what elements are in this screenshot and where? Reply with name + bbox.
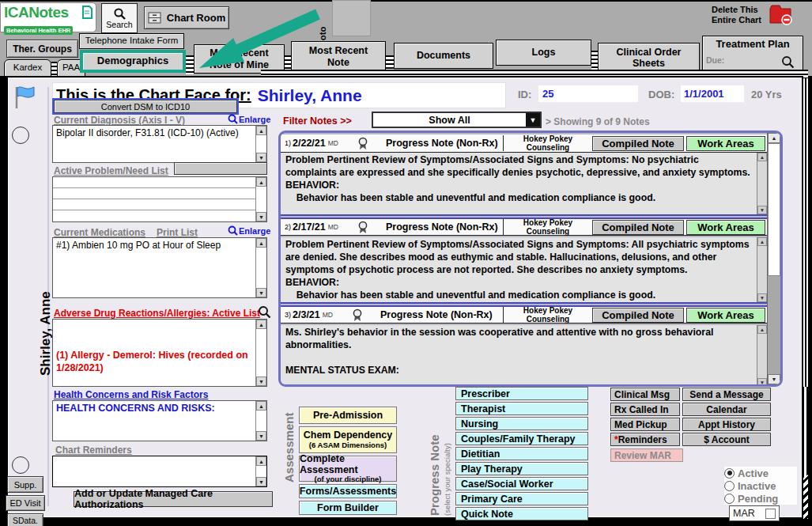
- progress-note-quick-note-button[interactable]: Quick Note: [455, 507, 588, 520]
- delete-chart-icon[interactable]: [769, 3, 792, 25]
- ed-visit-button[interactable]: ED Visit: [6, 495, 45, 511]
- diagnosis-enlarge-link[interactable]: Enlarge: [228, 114, 270, 124]
- allergies-text: (1) Allergy - Demerol: Hives (recorded o…: [53, 320, 255, 386]
- reminders-label: Reminders: [618, 434, 667, 445]
- note-scrollbar[interactable]: ▲▼: [757, 153, 767, 214]
- chem-dependency-button[interactable]: Chem Dependency (6 ASAM Dimensions): [299, 426, 397, 453]
- current-diagnosis-box[interactable]: Bipolar II disorder, F31.81 (ICD-10) (Ac…: [52, 125, 267, 163]
- case-social-worker-label: Case/Social Worker: [461, 479, 553, 490]
- radio-active[interactable]: [724, 468, 735, 479]
- treatment-plan-search-icon[interactable]: [781, 55, 795, 69]
- allergies-box[interactable]: (1) Allergy - Demerol: Hives (recorded o…: [52, 319, 267, 387]
- compiled-note-button[interactable]: Compiled Note: [592, 308, 684, 323]
- work-areas-button[interactable]: Work Areas: [686, 220, 765, 235]
- dob-label: DOB:: [648, 89, 674, 100]
- sdata-button[interactable]: SData.: [7, 513, 43, 526]
- problem-list-button[interactable]: [174, 162, 267, 175]
- calendar-button[interactable]: Calendar: [682, 403, 771, 416]
- mar-checkbox[interactable]: [765, 509, 776, 519]
- clinical-msg-button[interactable]: Clinical Msg: [610, 388, 680, 401]
- mar-control: MAR: [729, 505, 780, 521]
- diagnosis-scrollbar[interactable]: ▲▼: [255, 126, 266, 162]
- note-scrollbar[interactable]: ▲▼: [757, 325, 767, 387]
- health-concerns-scrollbar[interactable]: ▲▼: [255, 401, 266, 441]
- review-mar-button[interactable]: Review MAR: [610, 448, 683, 462]
- progress-note-primary-care-button[interactable]: Primary Care: [455, 492, 588, 505]
- search-button[interactable]: Search: [101, 3, 138, 33]
- scroll-up-arrow[interactable]: ▲: [768, 133, 780, 143]
- compiled-note-button[interactable]: Compiled Note: [592, 220, 684, 235]
- progress-note-case-social-worker-button[interactable]: Case/Social Worker: [455, 477, 588, 490]
- progress-note-nursing-button[interactable]: Nursing: [455, 417, 588, 430]
- allergies-search-icon[interactable]: [258, 305, 271, 319]
- med-pickup-button[interactable]: Med Pickup: [610, 418, 680, 431]
- scroll-down-arrow[interactable]: ▼: [768, 374, 780, 384]
- chart-status-circle-bottom[interactable]: [12, 456, 29, 474]
- progress-note-couples-family-button[interactable]: Couples/Family Therapy: [455, 432, 588, 445]
- pre-admission-button[interactable]: Pre-Admission: [299, 407, 397, 424]
- dropdown-arrow-icon[interactable]: ▼: [526, 113, 540, 127]
- dob-field[interactable]: 1/1/2001: [681, 85, 744, 102]
- appt-history-button[interactable]: Appt History: [682, 418, 771, 431]
- form-builder-button[interactable]: Form Builder: [299, 501, 397, 515]
- health-concerns-label[interactable]: Health Concerns and Risk Factors: [54, 389, 208, 400]
- chart-status-circle-top[interactable]: [12, 127, 29, 144]
- tab-demographics[interactable]: Demographics: [80, 50, 186, 73]
- tab-kardex[interactable]: Kardex: [4, 59, 51, 77]
- progress-note-prescriber-button[interactable]: Prescriber: [455, 387, 588, 400]
- note-body[interactable]: Problem Pertinent Review of Symptoms/Ass…: [281, 153, 767, 216]
- scroll-thumb[interactable]: [768, 143, 780, 276]
- problem-list-scrollbar[interactable]: ▲▼: [255, 177, 266, 221]
- filter-notes-dropdown[interactable]: Show All ▼: [372, 112, 542, 128]
- rx-called-in-button[interactable]: Rx Called In: [610, 403, 680, 416]
- progress-note-play-therapy-button[interactable]: Play Therapy: [455, 462, 588, 475]
- account-button[interactable]: $ Account: [682, 433, 771, 446]
- telephone-intake-label: Telephone Intake Form: [85, 36, 179, 46]
- status-option-pending[interactable]: Pending: [724, 492, 797, 505]
- health-concerns-box[interactable]: HEALTH CONCERNS AND RISKS: ▲▼: [52, 400, 267, 441]
- chart-flag-icon[interactable]: [11, 84, 36, 111]
- medications-scrollbar[interactable]: ▲▼: [255, 238, 266, 297]
- note-row-header[interactable]: 1) 2/22/21 MD Progress Note (Non-Rx) Hok…: [281, 134, 767, 153]
- medications-enlarge-link[interactable]: Enlarge: [228, 225, 270, 236]
- allergies-label: Adverse Drug Reactions/Allergies: Active…: [54, 308, 260, 319]
- id-field[interactable]: 25: [538, 85, 638, 102]
- send-a-message-button[interactable]: Send a Message: [682, 388, 771, 401]
- notes-panel-scrollbar[interactable]: ▲ ▼: [767, 133, 780, 384]
- complete-assessment-button[interactable]: Complete Assessment (of your discipline): [299, 456, 397, 482]
- forms-assessments-button[interactable]: Forms/Assessments: [299, 484, 397, 498]
- note-row-header[interactable]: 3) 2/3/21 MD Progress Note (Non-Rx) Hoke…: [281, 305, 767, 324]
- chart-reminders-scrollbar[interactable]: ▲▼: [255, 456, 266, 486]
- radio-pending[interactable]: [724, 494, 735, 504]
- managed-care-button[interactable]: Add or Update Managed Care Authorization…: [74, 491, 273, 507]
- tab-clinical-order-sheets[interactable]: Clinical Order Sheets: [598, 43, 700, 73]
- print-list-link[interactable]: Print List: [157, 227, 198, 238]
- status-option-active[interactable]: Active: [724, 467, 797, 479]
- work-areas-button[interactable]: Work Areas: [686, 136, 765, 151]
- progress-note-dietitian-button[interactable]: Dietitian: [455, 447, 588, 460]
- convert-dsm-button[interactable]: Convert DSM to ICD10: [54, 100, 237, 113]
- note-body[interactable]: Problem Pertinent Review of Symptoms/Ass…: [281, 237, 767, 304]
- allergies-scrollbar[interactable]: ▲▼: [255, 320, 266, 386]
- tab-telephone-intake-form[interactable]: Telephone Intake Form: [79, 33, 184, 49]
- tab-stack-stripe: [51, 62, 57, 76]
- photo-placeholder[interactable]: [332, 0, 371, 36]
- chart-reminders-box[interactable]: ▲▼: [52, 456, 267, 487]
- note-type: Progress Note (Non-Rx): [380, 309, 503, 320]
- note-row-header[interactable]: 2) 2/17/21 MD Progress Note (Non-Rx) Hok…: [281, 218, 767, 236]
- note-number: 1): [285, 139, 291, 147]
- progress-note-therapist-button[interactable]: Therapist: [455, 402, 588, 415]
- work-areas-button[interactable]: Work Areas: [686, 308, 765, 323]
- problem-list-box[interactable]: ▲▼: [52, 176, 267, 222]
- current-medications-box[interactable]: #1) Ambien 10 mg PO at Hour of Sleep ▲▼: [52, 237, 267, 298]
- compiled-note-button[interactable]: Compiled Note: [592, 136, 684, 151]
- note-body[interactable]: Ms. Shirley's behavior in the session wa…: [281, 325, 767, 387]
- note-scrollbar[interactable]: ▲▼: [757, 237, 767, 302]
- tab-logs[interactable]: Logs: [496, 40, 591, 66]
- reminders-button[interactable]: *Reminders: [610, 433, 680, 446]
- ther-groups-button[interactable]: Ther. Groups: [6, 40, 78, 58]
- supp-button[interactable]: Supp.: [7, 476, 43, 493]
- status-option-inactive[interactable]: Inactive: [724, 479, 797, 492]
- tab-documents[interactable]: Documents: [394, 43, 493, 69]
- radio-inactive[interactable]: [724, 481, 735, 491]
